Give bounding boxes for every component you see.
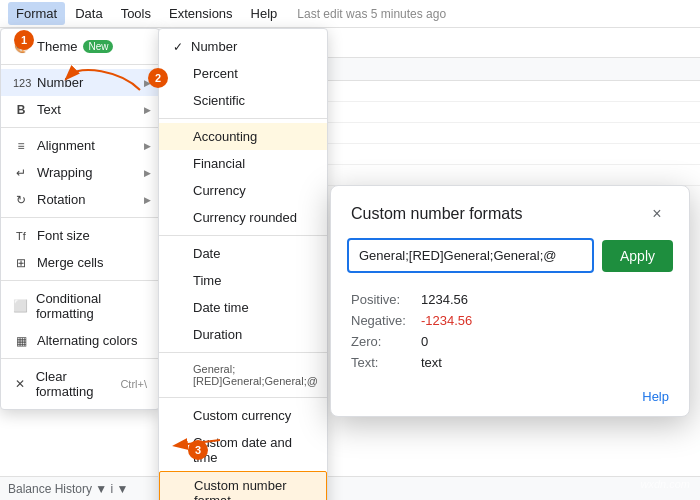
menu-data[interactable]: Data — [67, 2, 110, 25]
number-option-percent-label: Percent — [193, 66, 238, 81]
number-option-number-label: Number — [191, 39, 237, 54]
dialog-input-row: Apply — [331, 234, 689, 285]
dialog-preview: Positive: 1234.56 Negative: -1234.56 Zer… — [331, 285, 689, 389]
number-option-time-label: Time — [193, 273, 221, 288]
last-edit-text: Last edit was 5 minutes ago — [297, 7, 446, 21]
annotation-3: 3 — [188, 440, 208, 460]
preview-zero-row: Zero: 0 — [351, 331, 669, 352]
number-icon: 123 — [13, 77, 29, 89]
number-option-time[interactable]: Time — [159, 267, 327, 294]
number-option-percent[interactable]: Percent — [159, 60, 327, 87]
preview-positive-row: Positive: 1234.56 — [351, 289, 669, 310]
number-option-accounting-label: Accounting — [193, 129, 257, 144]
number-option-custom-datetime[interactable]: Custom date and time — [159, 429, 327, 471]
preview-text-value: text — [421, 355, 442, 370]
new-badge: New — [83, 40, 113, 53]
dialog-header: Custom number formats × — [331, 186, 689, 234]
number-option-general-red-label: General;[RED]General;General;@ — [193, 363, 318, 387]
number-submenu: Number Percent Scientific Accounting Fin… — [158, 28, 328, 500]
conditional-icon: ⬜ — [13, 299, 28, 313]
format-input[interactable] — [347, 238, 594, 273]
divider-4 — [1, 280, 159, 281]
divider-5 — [1, 358, 159, 359]
alignment-icon: ≡ — [13, 139, 29, 153]
preview-positive-value: 1234.56 — [421, 292, 468, 307]
apply-button[interactable]: Apply — [602, 240, 673, 272]
format-menu-clear[interactable]: ✕ Clear formatting Ctrl+\ — [1, 363, 159, 405]
menu-bar: Format Data Tools Extensions Help — [8, 2, 285, 25]
format-menu-number-label: Number — [37, 75, 83, 90]
format-menu-rotation[interactable]: ↻ Rotation — [1, 186, 159, 213]
format-menu-rotation-label: Rotation — [37, 192, 85, 207]
sheet-tab[interactable]: Balance History ▼ i ▼ — [8, 482, 128, 496]
format-menu-fontsize[interactable]: Tf Font size — [1, 222, 159, 249]
preview-zero-value: 0 — [421, 334, 428, 349]
wrapping-icon: ↵ — [13, 166, 29, 180]
custom-number-dialog: Custom number formats × Apply Positive: … — [330, 185, 690, 417]
rotation-icon: ↻ — [13, 193, 29, 207]
clear-icon: ✕ — [13, 377, 28, 391]
watermark: wxdn.com — [640, 478, 690, 490]
number-option-general-red[interactable]: General;[RED]General;General;@ — [159, 357, 327, 393]
number-option-date[interactable]: Date — [159, 240, 327, 267]
annotation-1-label: 1 — [21, 34, 27, 46]
preview-negative-label: Negative: — [351, 313, 421, 328]
format-menu-alternating[interactable]: ▦ Alternating colors — [1, 327, 159, 354]
format-menu-theme-label: Theme — [37, 39, 77, 54]
annotation-3-label: 3 — [195, 444, 201, 456]
preview-positive-label: Positive: — [351, 292, 421, 307]
annotation-1: 1 — [14, 30, 34, 50]
divider-2 — [1, 127, 159, 128]
number-option-currency-rounded-label: Currency rounded — [193, 210, 297, 225]
dialog-help-link[interactable]: Help — [331, 389, 689, 416]
dialog-title: Custom number formats — [351, 205, 523, 223]
number-option-custom-number[interactable]: Custom number format — [159, 471, 327, 500]
preview-negative-row: Negative: -1234.56 — [351, 310, 669, 331]
alternating-icon: ▦ — [13, 334, 29, 348]
number-option-scientific-label: Scientific — [193, 93, 245, 108]
text-bold-icon: B — [13, 103, 29, 117]
number-option-scientific[interactable]: Scientific — [159, 87, 327, 114]
number-divider-3 — [159, 352, 327, 353]
format-menu-conditional[interactable]: ⬜ Conditional formatting — [1, 285, 159, 327]
number-option-currency-rounded[interactable]: Currency rounded — [159, 204, 327, 231]
preview-zero-label: Zero: — [351, 334, 421, 349]
number-option-currency[interactable]: Currency — [159, 177, 327, 204]
format-menu-number[interactable]: 123 Number — [1, 69, 159, 96]
format-menu: 🎨 Theme New 123 Number B Text ≡ Alignmen… — [0, 28, 160, 410]
fontsize-icon: Tf — [13, 230, 29, 242]
format-menu-wrapping[interactable]: ↵ Wrapping — [1, 159, 159, 186]
number-option-currency-label: Currency — [193, 183, 246, 198]
divider-3 — [1, 217, 159, 218]
number-option-custom-number-label: Custom number format — [194, 478, 312, 500]
dialog-close-button[interactable]: × — [645, 202, 669, 226]
annotation-2: 2 — [148, 68, 168, 88]
number-option-financial-label: Financial — [193, 156, 245, 171]
number-option-custom-currency-label: Custom currency — [193, 408, 291, 423]
number-option-financial[interactable]: Financial — [159, 150, 327, 177]
format-menu-alternating-label: Alternating colors — [37, 333, 137, 348]
number-option-datetime[interactable]: Date time — [159, 294, 327, 321]
sheet-tab-bar: Balance History ▼ i ▼ — [0, 476, 700, 500]
number-option-accounting[interactable]: Accounting — [159, 123, 327, 150]
menu-tools[interactable]: Tools — [113, 2, 159, 25]
annotation-2-label: 2 — [155, 72, 161, 84]
format-menu-wrapping-label: Wrapping — [37, 165, 92, 180]
number-option-date-label: Date — [193, 246, 220, 261]
clear-shortcut: Ctrl+\ — [120, 378, 147, 390]
top-bar: Format Data Tools Extensions Help Last e… — [0, 0, 700, 28]
menu-format[interactable]: Format — [8, 2, 65, 25]
format-menu-alignment[interactable]: ≡ Alignment — [1, 132, 159, 159]
format-menu-alignment-label: Alignment — [37, 138, 95, 153]
format-menu-text[interactable]: B Text — [1, 96, 159, 123]
number-option-duration[interactable]: Duration — [159, 321, 327, 348]
number-option-duration-label: Duration — [193, 327, 242, 342]
preview-text-row: Text: text — [351, 352, 669, 373]
number-option-number[interactable]: Number — [159, 33, 327, 60]
menu-extensions[interactable]: Extensions — [161, 2, 241, 25]
number-option-custom-currency[interactable]: Custom currency — [159, 402, 327, 429]
preview-text-label: Text: — [351, 355, 421, 370]
menu-help[interactable]: Help — [243, 2, 286, 25]
format-menu-mergecells[interactable]: ⊞ Merge cells — [1, 249, 159, 276]
number-option-datetime-label: Date time — [193, 300, 249, 315]
